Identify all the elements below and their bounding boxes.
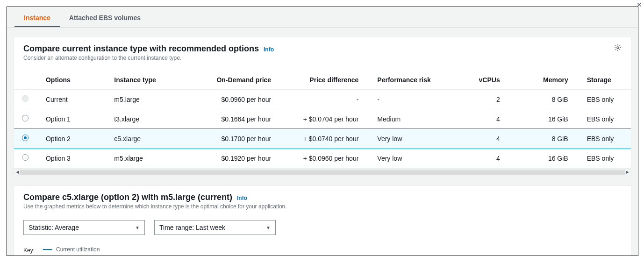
- table-row[interactable]: Currentm5.large$0.0960 per hour--28 GiBE…: [14, 90, 631, 109]
- cell-memory: 16 GiB: [514, 149, 582, 168]
- cell-storage: EBS only: [582, 149, 631, 168]
- cell-vcpus: 2: [456, 90, 514, 109]
- tab-instance[interactable]: Instance: [14, 8, 60, 27]
- row-radio[interactable]: [22, 115, 29, 121]
- cell-price: $0.0960 per hour: [193, 90, 290, 109]
- cell-vcpus: 4: [456, 109, 514, 129]
- comparison-table-wrapper: Options Instance type On-Demand price Pr…: [14, 71, 631, 168]
- gear-icon[interactable]: [614, 44, 623, 52]
- legend-key-label: Key:: [23, 246, 35, 254]
- cell-memory: 8 GiB: [514, 90, 582, 109]
- cell-vcpus: 4: [456, 129, 514, 149]
- cell-price: $0.1920 per hour: [193, 149, 290, 168]
- legend-current-label: Current utilization: [56, 246, 100, 253]
- cell-price-diff: + $0.0740 per hour: [290, 129, 372, 149]
- col-header-memory: Memory: [514, 71, 582, 90]
- col-header-diff: Price difference: [290, 71, 372, 90]
- cell-options: Option 1: [36, 109, 109, 129]
- col-header-risk: Performance risk: [372, 71, 455, 90]
- cell-instance-type: m5.large: [109, 90, 192, 109]
- cell-storage: EBS only: [582, 90, 631, 109]
- horizontal-scrollbar[interactable]: ◄ ►: [14, 168, 631, 176]
- tab-attached-ebs[interactable]: Attached EBS volumes: [60, 8, 150, 27]
- col-header-storage: Storage: [582, 71, 631, 90]
- statistic-select-value: Statistic: Average: [29, 224, 79, 231]
- timerange-select[interactable]: Time range: Last week ▼: [154, 220, 276, 235]
- cell-instance-type: m5.xlarge: [109, 149, 192, 168]
- table-row[interactable]: Option 1t3.xlarge$0.1664 per hour+ $0.07…: [14, 109, 631, 129]
- compare-panel-title: Compare current instance type with recom…: [23, 44, 259, 53]
- svg-point-0: [617, 47, 619, 49]
- info-link-metrics[interactable]: Info: [237, 195, 247, 201]
- cell-price: $0.1664 per hour: [193, 109, 290, 129]
- table-row[interactable]: Option 3m5.xlarge$0.1920 per hour+ $0.09…: [14, 149, 631, 168]
- compare-panel-subtitle: Consider an alternate configuration to t…: [23, 55, 622, 61]
- cell-risk: Very low: [372, 149, 455, 168]
- cell-risk: Very low: [372, 129, 455, 149]
- metrics-panel-subtitle: Use the graphed metrics below to determi…: [23, 203, 622, 210]
- cell-memory: 8 GiB: [514, 129, 582, 149]
- compare-panel: Compare current instance type with recom…: [14, 37, 631, 176]
- cell-price: $0.1700 per hour: [193, 129, 290, 149]
- cell-storage: EBS only: [582, 129, 631, 149]
- compare-panel-header: Compare current instance type with recom…: [14, 37, 631, 65]
- row-radio[interactable]: [22, 135, 29, 141]
- cell-vcpus: 4: [456, 149, 514, 168]
- cell-instance-type: t3.xlarge: [109, 109, 192, 129]
- scroll-right-icon[interactable]: ►: [625, 169, 630, 175]
- scroll-track[interactable]: [20, 170, 625, 175]
- cell-options: Option 3: [36, 149, 109, 168]
- metrics-panel-title: Compare c5.xlarge (option 2) with m5.lar…: [23, 192, 232, 202]
- metrics-panel: Compare c5.xlarge (option 2) with m5.lar…: [14, 185, 631, 256]
- col-header-vcpus: vCPUs: [456, 71, 514, 90]
- cell-storage: EBS only: [582, 109, 631, 129]
- cell-price-diff: + $0.0960 per hour: [290, 149, 372, 168]
- main-container: Instance Attached EBS volumes Compare cu…: [7, 7, 638, 256]
- metrics-controls: Statistic: Average ▼ Time range: Last we…: [14, 213, 631, 237]
- chevron-down-icon: ▼: [266, 225, 271, 230]
- col-header-price: On-Demand price: [193, 71, 290, 90]
- cell-options: Option 2: [36, 129, 109, 149]
- cell-price-diff: -: [290, 90, 372, 109]
- cell-instance-type: c5.xlarge: [109, 129, 192, 149]
- tab-bar: Instance Attached EBS volumes: [7, 7, 638, 28]
- legend-current: Current utilization: [43, 246, 127, 253]
- table-row[interactable]: Option 2c5.xlarge$0.1700 per hour+ $0.07…: [14, 129, 631, 149]
- col-header-options: Options: [36, 71, 109, 90]
- timerange-select-value: Time range: Last week: [159, 224, 225, 231]
- legend: Key: Current utilization Option 2 projec…: [14, 237, 631, 256]
- cell-memory: 16 GiB: [514, 109, 582, 129]
- comparison-table: Options Instance type On-Demand price Pr…: [14, 71, 631, 168]
- cell-options: Current: [36, 90, 109, 109]
- info-link[interactable]: Info: [264, 46, 274, 53]
- chevron-down-icon: ▼: [135, 225, 140, 230]
- legend-swatch-solid: [43, 249, 52, 250]
- row-radio[interactable]: [22, 154, 29, 161]
- cell-risk: -: [372, 90, 455, 109]
- cell-price-diff: + $0.0704 per hour: [290, 109, 372, 129]
- col-header-instance-type: Instance type: [109, 71, 192, 90]
- statistic-select[interactable]: Statistic: Average ▼: [23, 220, 145, 235]
- cell-risk: Medium: [372, 109, 455, 129]
- metrics-panel-header: Compare c5.xlarge (option 2) with m5.lar…: [14, 186, 631, 213]
- row-radio: [22, 95, 29, 102]
